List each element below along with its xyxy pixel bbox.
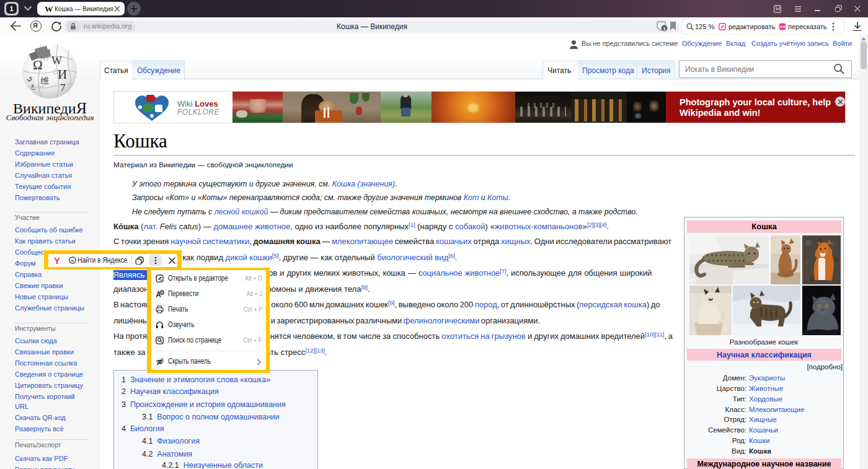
svg-text:W: W — [51, 55, 62, 67]
svg-text:7: 7 — [60, 82, 66, 94]
svg-text:维: 维 — [40, 76, 49, 85]
svg-text:ي: ي — [27, 73, 32, 82]
svg-text:Ω: Ω — [33, 58, 43, 72]
svg-text:я: я — [71, 258, 73, 263]
svg-text:ع: ع — [31, 82, 35, 90]
svg-text:1: 1 — [663, 26, 666, 32]
svg-text:««: «« — [780, 24, 786, 30]
svg-text:И: И — [58, 67, 67, 82]
